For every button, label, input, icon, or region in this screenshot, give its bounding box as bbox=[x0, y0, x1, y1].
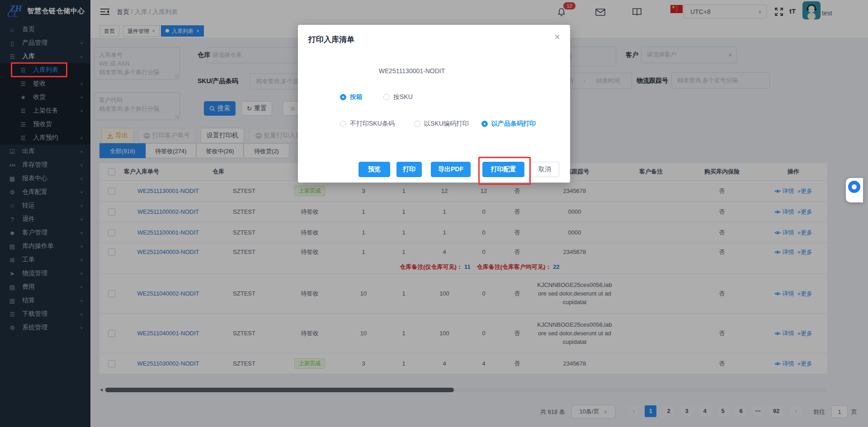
annotation-box-inbound-list bbox=[11, 62, 67, 77]
export-pdf-button[interactable]: 导出PDF bbox=[431, 162, 471, 177]
radio-dot bbox=[340, 121, 346, 127]
modal-title: 打印入库清单 bbox=[308, 34, 354, 45]
print-button[interactable]: 打印 bbox=[396, 162, 422, 177]
app-window: ZH CL 智慧仓链仓储中心 ⌂ 首页 ▯ 产品管理 ∨ ☰ 入库 ∧ ☰ bbox=[0, 0, 868, 427]
radio-print-by-product-barcode[interactable]: 以产品条码打印 bbox=[481, 120, 536, 128]
radio-dot bbox=[414, 121, 420, 127]
radio-print-by-sku-code[interactable]: 以SKU编码打印 bbox=[414, 120, 469, 128]
helper-bubble-icon[interactable] bbox=[848, 181, 860, 193]
radio-dot bbox=[481, 121, 488, 127]
modal-order-no: WE2511130001-NODIT bbox=[373, 67, 450, 75]
cancel-button[interactable]: 取消 bbox=[530, 162, 559, 177]
preview-button[interactable]: 预览 bbox=[359, 162, 390, 177]
drag-handle-icon[interactable]: ∷ bbox=[852, 195, 855, 200]
radio-dot bbox=[383, 94, 390, 100]
radio-by-box[interactable]: 按箱 bbox=[340, 93, 363, 101]
radio-dot bbox=[340, 94, 346, 100]
annotation-box-print-config bbox=[478, 157, 531, 185]
radio-no-sku-barcode[interactable]: 不打印SKU条码 bbox=[340, 120, 395, 128]
close-icon[interactable]: × bbox=[554, 31, 560, 43]
floating-helper-widget[interactable]: ∷ bbox=[846, 178, 863, 202]
radio-by-sku[interactable]: 按SKU bbox=[383, 93, 413, 101]
